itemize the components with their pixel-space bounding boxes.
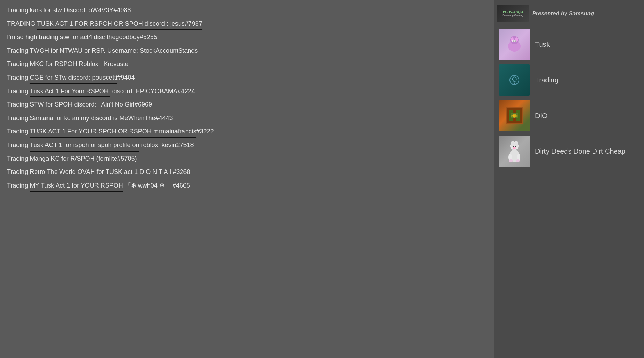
dio-thumbnail: DIO [499, 100, 530, 131]
sidebar-label-tusk: Tusk [535, 41, 550, 49]
chat-message: Trading Tusk Act 1 For Your RSPOH. disco… [7, 85, 487, 98]
svg-text:DIO: DIO [511, 114, 518, 118]
trading-thumbnail: ♦ [499, 64, 530, 96]
pax-thumbnail: PAX East NightSamsung Gaming [497, 5, 529, 22]
svg-point-25 [509, 159, 513, 162]
sidebar-thumb-tusk [499, 29, 530, 60]
chat-message: Trading STW for SPOH discord: I Ain't No… [7, 98, 487, 111]
message-text-after: #3222 [196, 128, 214, 135]
svg-point-26 [516, 159, 520, 162]
svg-point-18 [514, 141, 518, 147]
chat-message: Trading MKC for RSPOH Roblox : Krovuste [7, 57, 487, 71]
message-text-underlined: Tusk ACT 1 for rspoh or spoh profile on [30, 140, 139, 151]
message-text-after: roblox: kevin27518 [139, 141, 194, 148]
message-text-after: discord: EPICYOBAMA#4224 [110, 88, 195, 95]
message-text-before: Trading [7, 128, 30, 135]
message-text-before: Trading [7, 141, 30, 148]
message-text-before: Trading [7, 74, 30, 81]
svg-point-21 [513, 147, 516, 149]
top-banner: PAX East NightSamsung Gaming Presented b… [497, 3, 641, 25]
tusk-thumbnail [499, 29, 530, 60]
chat-area: Trading kars for stw Discord: oW4V3Y#498… [0, 0, 494, 358]
message-text-underlined: CGE for STw discord: pouscetti [30, 72, 117, 83]
message-text-after: 「❄ wwh04 ❄」 #4665 [123, 182, 190, 189]
message-text-underlined: TUSK ACT 1 FOR RSPOH OR SPOH discord : j… [37, 19, 202, 29]
sidebar-item-dirty-deeds[interactable]: Dirty Deeds Done Dirt Cheap [497, 133, 641, 169]
chat-message: Trading Tusk ACT 1 for rspoh or spoh pro… [7, 138, 487, 152]
chat-message: Trading TWGH for NTWAU or RSP. Username:… [7, 44, 487, 58]
message-text-underlined: Tusk Act 1 For Your RSPOH. [30, 86, 110, 97]
sidebar-thumb-dio: DIO [499, 100, 530, 131]
message-text-underlined: TUSK ACT 1 For YOUR SPOH OR RSPOH mrmain… [30, 126, 196, 137]
svg-point-7 [515, 41, 516, 42]
message-text-before: TRADING [7, 20, 37, 27]
presented-by-label: Presented by Samsung [532, 10, 594, 17]
message-text-before: Trading [7, 182, 30, 189]
message-text-underlined: MY Tusk Act 1 for YOUR RSPOH [30, 180, 123, 191]
chat-message: TRADING TUSK ACT 1 FOR RSPOH OR SPOH dis… [7, 17, 487, 31]
chat-message: Trading kars for stw Discord: oW4V3Y#498… [7, 3, 487, 17]
chat-message: Trading TUSK ACT 1 For YOUR SPOH OR RSPO… [7, 125, 487, 138]
sidebar-thumb-dirty-deeds [499, 136, 530, 167]
chat-message: Trading CGE for STw discord: pouscetti#9… [7, 71, 487, 85]
message-text-after: #9404 [117, 74, 135, 81]
svg-point-6 [513, 41, 514, 42]
chat-message: Trading Manga KC for R/SPOH (fernlite#57… [7, 152, 487, 166]
svg-point-17 [511, 141, 514, 147]
message-text-before: Trading [7, 88, 30, 95]
svg-text:♦: ♦ [513, 81, 515, 85]
sidebar-label-dio: DIO [535, 112, 548, 120]
sidebar-item-dio[interactable]: DIO DIO [497, 98, 641, 133]
sidebar-thumb-trading: ♦ [499, 64, 530, 96]
sidebar-label-dirty-deeds: Dirty Deeds Done Dirt Cheap [535, 147, 625, 155]
chat-message: Trading Santana for kc au my discord is … [7, 111, 487, 125]
sidebar-items: Tusk ♦ Trading DIO [497, 27, 641, 169]
sidebar-item-trading[interactable]: ♦ Trading [497, 62, 641, 98]
dirty-deeds-thumbnail [499, 136, 530, 167]
chat-message: I'm so high trading stw for act4 disc:th… [7, 30, 487, 44]
sidebar-label-trading: Trading [535, 76, 558, 84]
sidebar: PAX East NightSamsung Gaming Presented b… [494, 0, 644, 358]
sidebar-item-tusk[interactable]: Tusk [497, 27, 641, 62]
chat-message: Trading Retro The World OVAH for TUSK ac… [7, 165, 487, 179]
chat-message: Trading MY Tusk Act 1 for YOUR RSPOH 「❄ … [7, 179, 487, 192]
